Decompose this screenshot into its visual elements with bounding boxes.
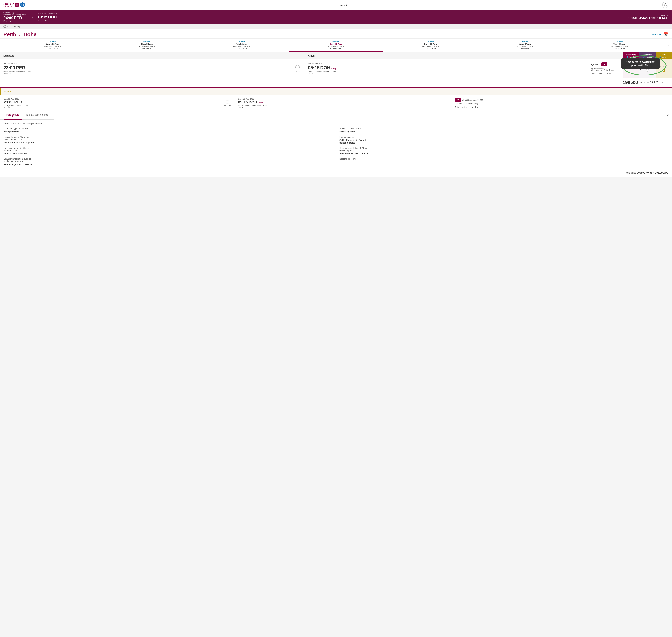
first-flexi-radio[interactable] — [662, 69, 665, 72]
logo-text: QATAR — [3, 3, 14, 6]
aud-currency: AUD — [660, 81, 664, 84]
dep-date: Sat, 05 Aug 2023 — [3, 62, 287, 65]
fare-airline-logo: QR — [455, 98, 460, 102]
dep-code: PER — [16, 65, 25, 71]
cabin-headers: Economy 🧳 Included Business 🧳 Included F… — [623, 52, 672, 59]
next-date-button[interactable]: › — [667, 42, 671, 49]
user-account-button[interactable] — [662, 2, 669, 8]
fare-panel-close-button[interactable]: ✕ — [667, 113, 669, 117]
fare-arr-time: 05:15 — [238, 100, 248, 105]
first-flexi-info-icon[interactable]: i — [665, 66, 668, 68]
aud-value: 191.2 — [650, 81, 658, 84]
outbound-label: Outbound flight — [3, 12, 26, 14]
arrival-code: DOH — [48, 15, 57, 19]
total-footer: Total price 199500 Avios + 191.20 AUD — [0, 169, 672, 177]
business-header: Business 🧳 Included — [639, 52, 656, 59]
aud-price: + 191.2 — [647, 81, 658, 84]
fare-arr-date: Sun , 06 Aug 2023 — [238, 98, 451, 100]
fare-duration: ✓ 11h 15m — [220, 98, 235, 109]
origin-city: Perth — [3, 32, 16, 37]
fare-tabs-row: Fare details Flight & Cabin features ✕ — [0, 111, 672, 120]
flight-number: QR 0901 — [591, 63, 600, 66]
logo-subtext: AIRWAYS — [3, 6, 14, 7]
duration-text: 11h 15m — [294, 70, 301, 72]
first-label: First — [656, 54, 671, 56]
benefit-lounge: Lounge access Self + 2 guests in Doha &s… — [340, 136, 668, 144]
arr-nextday: +1day — [331, 68, 337, 70]
summary-left: Outbound flight Departure Sat , 05 Aug 2… — [3, 12, 59, 22]
fare-class-label: FIRST — [4, 90, 11, 93]
baggage-icon: 🧳 — [626, 56, 629, 58]
fare-flight-num: QR 0901, Airbus A380-800 — [462, 99, 485, 101]
economy-header: Economy 🧳 Included — [623, 52, 639, 59]
fare-arr-code: DOH — [249, 100, 257, 105]
fare-flight-info: Sat , 05 Aug 2023 23:00 PER Perth, Perth… — [0, 95, 672, 111]
dep-country: Australia — [3, 73, 287, 75]
date-tab-5[interactable]: Off-Peak Mon , 07 Aug from 66500 Avios +… — [478, 39, 572, 52]
tab-flight-cabin[interactable]: Flight & Cabin features — [22, 111, 51, 120]
benefit-change-324: Change/cancellation: 3-24 hrsbefore depa… — [340, 147, 668, 155]
flight-arrow-icon: → — [30, 15, 33, 19]
summary-arrival: Arrival Sun , 06 Aug 2023 10:15 DOH Doha… — [38, 13, 59, 21]
operated-by: Operated by : Qatar Airways — [591, 69, 619, 71]
qatar-airways-logo: QATAR AIRWAYS — [3, 2, 25, 7]
date-tab-3[interactable]: Off-Peak Sat , 05 Aug from 66500 Avios +… — [289, 39, 383, 52]
avios-label: Avios — [640, 81, 646, 84]
departure-date-label: Departure Sat , 05 Aug 2023 — [3, 14, 26, 16]
more-dates-label: More dates — [651, 33, 663, 36]
fare-arr-country: Qatar — [238, 107, 451, 109]
departure-column-header: Departure — [3, 54, 287, 57]
flight-summary-bar: Outbound flight Departure Sat , 05 Aug 2… — [0, 10, 672, 24]
fare-details-panel: FIRST Sat , 05 Aug 2023 23:00 PER Perth,… — [0, 88, 672, 169]
outbound-icon — [3, 25, 6, 28]
first-flexi-label: Flexi i — [660, 66, 668, 68]
departure-code: PER — [14, 16, 22, 20]
benefit-booking-discount: Booking discount — [340, 158, 668, 166]
economy-label: Economy — [624, 54, 639, 56]
benefits-title: Benefits and fees per adult passenger — [4, 122, 668, 125]
route-header: Perth › Doha More dates 📅 — [0, 29, 672, 39]
economy-included: 🧳 Included — [624, 56, 639, 58]
fare-operated-by: Operated by : Qatar Airways — [455, 103, 668, 105]
currency-arrow-icon: ▾ — [346, 3, 347, 6]
currency-label: AUD — [340, 3, 345, 6]
benefit-almaha: Al Maha service at HIA Self + 2 guests — [340, 127, 668, 133]
flexi-tooltip: Access more award flight options with Fl… — [621, 58, 660, 69]
user-icon — [664, 3, 667, 7]
tab-fare-details[interactable]: Fare details — [4, 111, 22, 120]
qatar-logo-icon — [15, 2, 19, 7]
business-label: Business — [640, 54, 655, 56]
date-tab-1[interactable]: Off-Peak Thu , 03 Aug from 66500 Avios +… — [100, 39, 194, 52]
baggage-icon-first: 🧳 — [659, 56, 661, 58]
total-price-value: 199500 Avios + 191.20 AUD — [628, 16, 669, 20]
business-included: 🧳 Included — [640, 56, 655, 58]
fare-dep-code: PER — [14, 100, 22, 105]
fare-arr-airport: Doha, Hamad International Airport — [238, 105, 451, 107]
prev-date-button[interactable]: ‹ — [1, 42, 5, 49]
fare-duration-icon: ✓ — [226, 100, 229, 104]
date-tab-0[interactable]: Off-Peak Wed , 02 Aug from 66500 Avios +… — [5, 39, 100, 52]
flight-info-header: Departure Arrival — [0, 52, 623, 59]
fare-dep-date: Sat , 05 Aug 2023 — [4, 98, 217, 100]
business-flexi-radio[interactable] — [646, 69, 649, 72]
arrival-time: 10:15 — [38, 15, 48, 19]
fare-dep-time: 23:00 — [4, 100, 14, 105]
benefit-baggage: Excess Baggage Allowance(Main member onl… — [4, 136, 332, 144]
date-tab-2[interactable]: Off-Peak Fri , 04 Aug from 66500 Avios +… — [194, 39, 289, 52]
date-tab-4[interactable]: Off-Peak Sun , 06 Aug from 66500 Avios +… — [383, 39, 478, 52]
fare-flight-number-col: QR QR 0901, Airbus A380-800 Operated by … — [455, 98, 668, 109]
departure-info: Sat, 05 Aug 2023 23:00 PER Perth, Perth … — [3, 62, 287, 75]
footer-label: Total price — [625, 171, 636, 174]
arrival-city: Doha , QA — [38, 19, 59, 21]
more-dates-button[interactable]: More dates 📅 — [651, 32, 669, 37]
expand-price-button[interactable]: ⌄ — [666, 81, 669, 85]
route-separator: › — [19, 32, 21, 37]
avios-amount: 199500 — [623, 80, 638, 85]
currency-selector[interactable]: AUD ▾ — [340, 3, 347, 6]
arr-time: 05:15 — [308, 65, 320, 71]
arr-date: Sun, 06 Aug 2023 — [308, 62, 592, 65]
arr-code: DOH — [320, 65, 330, 71]
fare-total-duration: Total duration : 11h 15m — [455, 106, 668, 109]
arrival-column-header: Arrival — [308, 54, 592, 57]
date-tab-6[interactable]: Off-Peak Tue , 08 Aug from 66500 Avios +… — [572, 39, 667, 52]
